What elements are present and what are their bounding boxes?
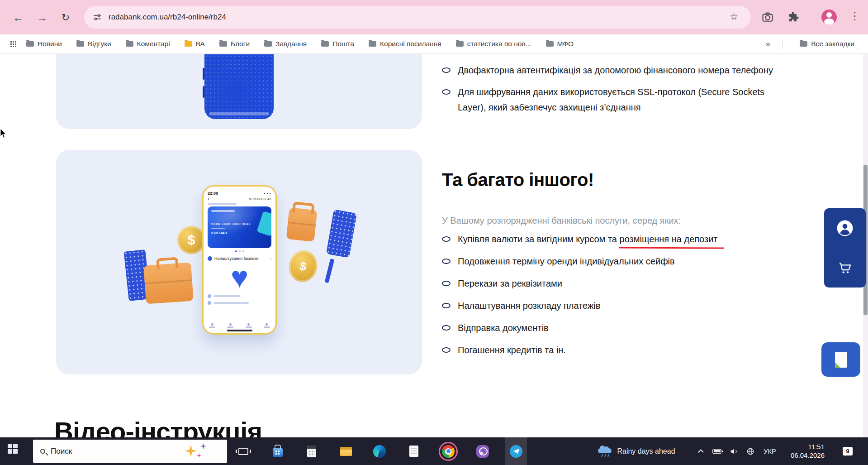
phone-list-row xyxy=(208,301,271,305)
service-text: Налаштування розкладу платежів xyxy=(458,301,600,311)
site-settings-icon[interactable] xyxy=(92,12,102,22)
cart-button[interactable] xyxy=(824,248,866,288)
notification-center-button[interactable]: 9 xyxy=(838,437,858,465)
network-tray-icon[interactable] xyxy=(743,437,758,465)
taskbar-app-telegram[interactable] xyxy=(505,437,527,465)
taskbar-app-chrome[interactable] xyxy=(437,437,459,465)
extensions-icon[interactable] xyxy=(787,11,800,24)
phone-list-row xyxy=(208,294,271,298)
dollar-sign: $ xyxy=(299,259,308,273)
phone-status-icons xyxy=(263,192,271,194)
folder-icon xyxy=(321,41,329,47)
bookmark-label: Відгуки xyxy=(88,40,111,48)
mouse-cursor xyxy=(0,129,7,139)
card-label-bar xyxy=(211,210,235,212)
service-item: Налаштування розкладу платежів xyxy=(442,298,777,313)
battery-icon xyxy=(712,449,721,454)
browser-toolbar: ← → ↻ radabank.com.ua/rb24-online/rb24 ☆… xyxy=(0,0,868,34)
bookmark-statystyka[interactable]: статистика по нов... xyxy=(456,40,531,48)
address-bar[interactable]: radabank.com.ua/rb24-online/rb24 ☆ xyxy=(84,6,751,29)
windows-logo-icon xyxy=(8,444,12,448)
bookmark-label: МФО xyxy=(557,40,574,48)
bookmark-star-icon[interactable]: ☆ xyxy=(730,11,738,22)
all-bookmarks-button[interactable]: Все закладки xyxy=(800,40,854,48)
security-text: Двофакторна автентифікація за допомогою … xyxy=(458,62,773,78)
bookmark-label: Новини xyxy=(38,40,62,48)
dollar-sign: $ xyxy=(188,232,195,248)
services-list: Купівля валюти за вигідним курсом та роз… xyxy=(442,231,777,364)
taskbar-weather-widget[interactable]: Rainy days ahead xyxy=(583,437,690,465)
phone-home-indicator xyxy=(227,330,252,331)
camera-icon[interactable] xyxy=(761,11,774,24)
account-button[interactable] xyxy=(824,208,866,248)
phone-statusbar: 22:00 xyxy=(208,191,271,196)
bookmark-zavdannia[interactable]: Завдання xyxy=(264,40,307,48)
list-row-icon xyxy=(208,301,211,305)
rain-cloud-icon xyxy=(598,446,612,457)
search-placeholder-text: Поиск xyxy=(51,447,72,456)
telegram-icon xyxy=(510,445,522,458)
browser-menu-icon[interactable]: ⋮ xyxy=(849,10,860,22)
bookmark-label: Пошта xyxy=(332,40,354,48)
notification-badge: 9 xyxy=(846,448,849,455)
globe-icon xyxy=(746,447,755,456)
taskbar-app-calculator[interactable] xyxy=(301,437,323,465)
bookmark-vidhuky[interactable]: Відгуки xyxy=(76,40,111,48)
bookmark-label: Блоги xyxy=(231,40,250,48)
battery-tray-icon[interactable] xyxy=(709,437,725,465)
folder-icon-yellow xyxy=(185,41,192,47)
reload-button[interactable]: ↻ xyxy=(58,10,73,25)
card-label-bar xyxy=(211,228,225,229)
service-item: Відправка документів xyxy=(442,320,777,336)
phone-subheader: ‹ $ 36.80/37.40 xyxy=(208,196,271,202)
section-title: Та багато іншого! xyxy=(442,168,594,191)
taskbar-search-box[interactable]: Поиск xyxy=(33,440,227,463)
taskbar-app-store[interactable] xyxy=(267,437,289,465)
taskbar-app-file-explorer[interactable] xyxy=(335,437,357,465)
taskbar-app-edge[interactable] xyxy=(369,437,390,465)
bullet-oval-icon xyxy=(442,259,451,264)
taskbar-app-notes[interactable] xyxy=(403,437,425,465)
blue-phone-illustration xyxy=(204,54,274,119)
bullet-oval-icon xyxy=(442,281,451,286)
sparkle-icon xyxy=(197,453,201,458)
bookmarks-bar: Новини Відгуки Коментарі ВА Блоги Завдан… xyxy=(0,34,868,54)
screen: ← → ↻ radabank.com.ua/rb24-online/rb24 ☆… xyxy=(0,0,868,465)
tray-expand-button[interactable] xyxy=(694,437,707,465)
volume-tray-icon[interactable] xyxy=(726,437,742,465)
bookmark-label: ВА xyxy=(196,40,205,48)
forward-button[interactable]: → xyxy=(34,10,50,25)
services-illustration-card: $ $ 22:00 ‹ $ 36.80/37.40 xyxy=(56,150,422,374)
phone-back-icon: ‹ xyxy=(208,197,209,201)
service-text: Відправка документів xyxy=(458,323,549,333)
document-widget-button[interactable] xyxy=(821,342,860,377)
search-icon xyxy=(40,449,45,454)
bookmark-va[interactable]: ВА xyxy=(185,40,205,48)
folder-icon xyxy=(264,41,272,47)
url-text[interactable]: radabank.com.ua/rb24-online/rb24 xyxy=(109,13,226,22)
security-item: Двофакторна автентифікація за допомогою … xyxy=(442,62,777,78)
notepad-icon xyxy=(409,446,418,457)
bookmark-mfo[interactable]: МФО xyxy=(546,40,574,48)
speaker-icon xyxy=(730,447,739,456)
apps-grid-icon[interactable] xyxy=(10,41,16,47)
task-view-button[interactable] xyxy=(232,437,254,465)
service-item: Перекази за реквізитами xyxy=(442,276,777,291)
bookmark-korysni-posylannia[interactable]: Корисні посилання xyxy=(369,40,441,48)
clock-widget[interactable]: 11:51 06.04.2026 xyxy=(773,442,825,460)
bookmark-poshta[interactable]: Пошта xyxy=(321,40,354,48)
bookmarks-overflow-chevron[interactable]: » xyxy=(765,39,770,49)
folder-icon xyxy=(456,41,464,47)
card-balance: 0.00 UAH xyxy=(211,231,268,235)
bookmark-komentari[interactable]: Коментарі xyxy=(126,40,170,48)
bookmark-novyny[interactable]: Новини xyxy=(26,40,62,48)
phone-exchange-rate: $ 36.80/37.40 xyxy=(249,197,271,201)
all-bookmarks-label: Все закладки xyxy=(811,40,854,48)
service-text: Купівля валюти за вигідним курсом та роз… xyxy=(458,234,717,244)
bookmark-blohy[interactable]: Блоги xyxy=(219,40,250,48)
file-explorer-icon xyxy=(340,447,352,456)
back-button[interactable]: ← xyxy=(10,10,26,25)
start-button[interactable] xyxy=(5,437,26,465)
taskbar-app-viber[interactable] xyxy=(472,437,493,465)
profile-avatar[interactable] xyxy=(821,10,837,25)
